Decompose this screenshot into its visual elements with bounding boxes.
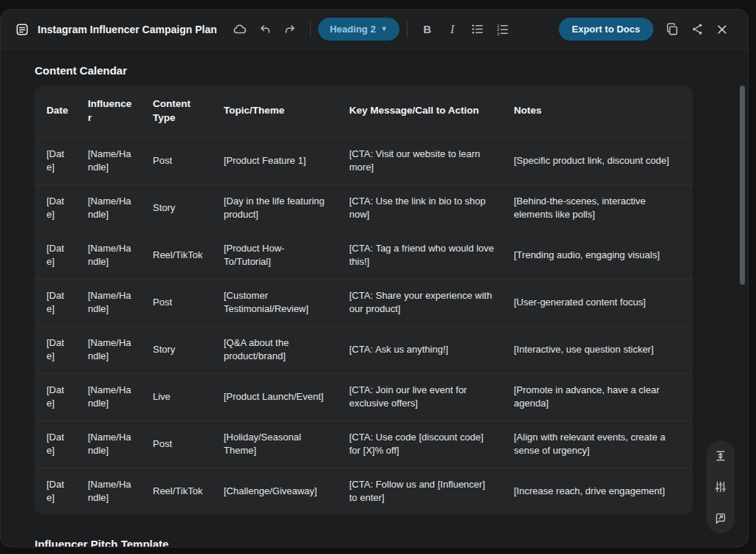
- table-cell: [Product Feature 1]: [212, 137, 337, 184]
- column-header: Content Type: [141, 86, 212, 137]
- table-cell: [Day in the life featuring product]: [212, 184, 337, 232]
- table-cell: [Name/Handle]: [76, 326, 141, 373]
- table-cell: [Name/Handle]: [76, 373, 141, 420]
- table-cell: [Date]: [35, 232, 76, 279]
- top-toolbar: Instagram Influencer Campaign Plan Headi…: [1, 10, 748, 49]
- table-header: DateInfluencerContent TypeTopic/ThemeKey…: [35, 86, 693, 137]
- table-cell: [Challenge/Giveaway]: [212, 468, 337, 515]
- table-cell: [Date]: [35, 279, 76, 326]
- table-cell: [Product How-To/Tutorial]: [212, 232, 337, 279]
- table-cell: [Name/Handle]: [76, 468, 141, 515]
- table-cell: [Interactive, use question sticker]: [502, 326, 693, 373]
- table-cell: [Increase reach, drive engagement]: [502, 468, 693, 515]
- table-cell: [Behind-the-scenes, interactive elements…: [502, 184, 693, 232]
- document-content: Content Calendar DateInfluencerContent T…: [1, 49, 748, 547]
- table-cell: Reel/TikTok: [141, 232, 212, 279]
- bullet-list-icon[interactable]: [465, 17, 490, 42]
- table-cell: Post: [141, 420, 212, 468]
- table-cell: [Date]: [35, 326, 76, 373]
- chevron-down-icon: ▼: [381, 26, 388, 32]
- artifact-title: Instagram Influencer Campaign Plan: [38, 24, 217, 35]
- table-cell: [Customer Testimonial/Review]: [212, 279, 337, 326]
- section-heading-content-calendar: Content Calendar: [35, 64, 748, 77]
- table-row: [Date][Name/Handle]Live[Product Launch/E…: [35, 373, 693, 420]
- column-header: Topic/Theme: [212, 86, 337, 137]
- table-cell: [CTA: Join our live event for exclusive …: [337, 373, 502, 420]
- table-cell: Reel/TikTok: [141, 468, 212, 515]
- artifact-window: Instagram Influencer Campaign Plan Headi…: [0, 9, 749, 547]
- floating-controls: [707, 440, 735, 533]
- column-header: Notes: [502, 86, 693, 137]
- table-cell: [Date]: [35, 420, 76, 468]
- table-cell: [Name/Handle]: [76, 184, 141, 232]
- italic-button[interactable]: I: [440, 17, 465, 42]
- table-cell: [CTA: Use the link in bio to shop now]: [337, 184, 502, 232]
- table-cell: [Trending audio, engaging visuals]: [502, 232, 693, 279]
- export-to-docs-button[interactable]: Export to Docs: [559, 18, 653, 41]
- table-cell: [Date]: [35, 468, 76, 515]
- bold-button[interactable]: B: [415, 17, 440, 42]
- table-row: [Date][Name/Handle]Reel/TikTok[Challenge…: [35, 468, 693, 515]
- table-cell: Story: [141, 326, 212, 373]
- cloud-save-icon[interactable]: [227, 17, 252, 42]
- table-cell: [Specific product link, discount code]: [502, 137, 693, 184]
- document-icon: [14, 21, 30, 38]
- table-cell: [User-generated content focus]: [502, 279, 693, 326]
- section-heading-influencer-pitch: Influencer Pitch Template: [35, 538, 748, 547]
- table-cell: [Holiday/Seasonal Theme]: [212, 420, 337, 468]
- copy-icon[interactable]: [659, 17, 684, 42]
- table-cell: [CTA: Share your experience with our pro…: [337, 279, 502, 326]
- style-dropdown-value: Heading 2: [330, 24, 376, 35]
- table-cell: [Date]: [35, 373, 76, 420]
- table-cell: [Name/Handle]: [76, 279, 141, 326]
- column-header: Date: [35, 86, 76, 137]
- table-cell: [Name/Handle]: [76, 137, 141, 184]
- table-cell: [Name/Handle]: [76, 420, 141, 468]
- numbered-list-icon[interactable]: 123: [490, 17, 515, 42]
- vertical-scrollbar-thumb[interactable]: [740, 86, 745, 285]
- content-calendar-table: DateInfluencerContent TypeTopic/ThemeKey…: [35, 86, 693, 515]
- svg-text:3: 3: [497, 31, 500, 36]
- column-header: Key Message/Call to Action: [337, 86, 502, 137]
- table-cell: Post: [141, 279, 212, 326]
- close-icon[interactable]: [709, 17, 735, 42]
- table-cell: [CTA: Ask us anything!]: [337, 326, 502, 373]
- add-to-chat-icon[interactable]: [712, 510, 729, 526]
- toolbar-divider: [407, 21, 408, 38]
- table-cell: [Align with relevant events, create a se…: [502, 420, 693, 468]
- table-row: [Date][Name/Handle]Story[Day in the life…: [35, 184, 693, 232]
- style-dropdown[interactable]: Heading 2 ▼: [318, 18, 399, 41]
- table-cell: [CTA: Use code [discount code] for [X]% …: [337, 420, 502, 468]
- redo-icon[interactable]: [278, 17, 303, 42]
- table-cell: [Promote in advance, have a clear agenda…: [502, 373, 693, 420]
- table-cell: [Date]: [35, 184, 76, 232]
- table-row: [Date][Name/Handle]Post[Product Feature …: [35, 137, 693, 184]
- table-cell: [CTA: Follow us and [Influencer] to ente…: [337, 468, 502, 515]
- table-row: [Date][Name/Handle]Post[Holiday/Seasonal…: [35, 420, 693, 468]
- column-header: Influencer: [76, 86, 141, 137]
- table-row: [Date][Name/Handle]Story[Q&A about the p…: [35, 326, 693, 373]
- table-cell: [Name/Handle]: [76, 232, 141, 279]
- table-cell: [Product Launch/Event]: [212, 373, 337, 420]
- undo-icon[interactable]: [252, 17, 278, 42]
- toolbar-divider: [310, 21, 311, 38]
- table-cell: [CTA: Visit our website to learn more]: [337, 137, 502, 184]
- table-cell: [Date]: [35, 137, 76, 184]
- tune-sliders-icon[interactable]: [712, 479, 729, 495]
- table-cell: [Q&A about the product/brand]: [212, 326, 337, 373]
- table-cell: [CTA: Tag a friend who would love this!]: [337, 232, 502, 279]
- table-cell: Live: [141, 373, 212, 420]
- table-row: [Date][Name/Handle]Reel/TikTok[Product H…: [35, 232, 693, 279]
- table-cell: Story: [141, 184, 212, 232]
- fit-height-icon[interactable]: [712, 448, 729, 464]
- share-icon[interactable]: [684, 17, 709, 42]
- table-cell: Post: [141, 137, 212, 184]
- table-row: [Date][Name/Handle]Post[Customer Testimo…: [35, 279, 693, 326]
